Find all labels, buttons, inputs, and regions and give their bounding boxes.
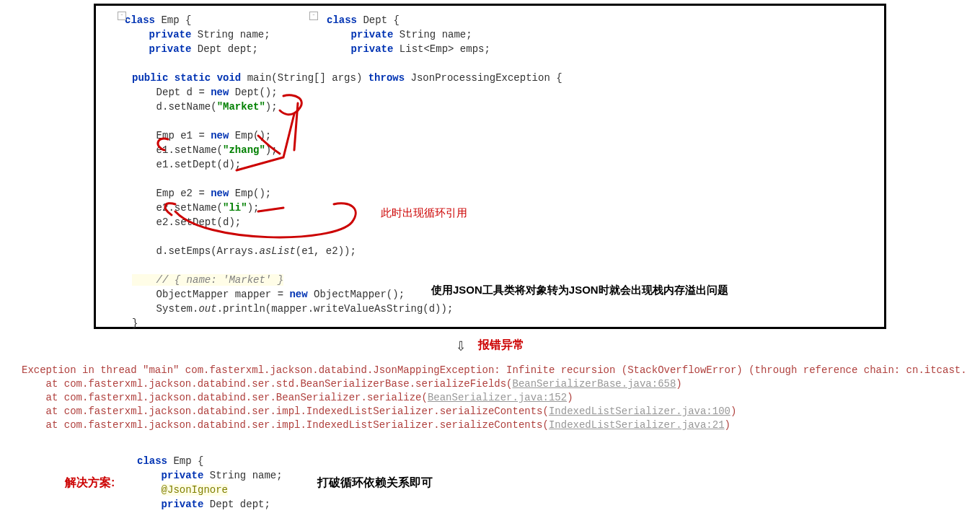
solution-code: class Emp { private String name; @JsonIg… — [137, 454, 283, 512]
solution-row: 解决方案: class Emp { private String name; @… — [65, 454, 980, 526]
error-label: 报错异常 — [478, 338, 524, 353]
stacktrace-block: Exception in thread "main" com.fasterxml… — [22, 364, 980, 432]
class-defs-row: class Emp { private String name; private… — [96, 6, 884, 56]
emp-class-code: class Emp { private String name; private… — [125, 13, 305, 56]
solution-note: 打破循环依赖关系即可 — [317, 475, 433, 491]
code-editor-box: - - class Emp { private String name; pri… — [94, 4, 886, 329]
annotation-cycle-ref: 此时出现循环引用 — [381, 206, 467, 220]
annotation-json-overflow: 使用JSON工具类将对象转为JSON时就会出现栈内存溢出问题 — [431, 284, 728, 297]
st-line-2: at com.fasterxml.jackson.databind.ser.st… — [22, 378, 682, 390]
fold-marker-1: - — [118, 12, 126, 20]
emp-class-col: class Emp { private String name; private… — [125, 13, 305, 56]
st-line-4: at com.fasterxml.jackson.databind.ser.im… — [22, 406, 736, 417]
st-line-1: Exception in thread "main" com.fasterxml… — [22, 364, 967, 376]
solution-label: 解决方案: — [65, 475, 115, 491]
dept-class-code: class Dept { private String name; privat… — [327, 13, 507, 56]
dept-class-col: class Dept { private String name; privat… — [327, 13, 507, 56]
arrow-row: ⇩ 报错异常 — [0, 335, 980, 356]
down-arrow-icon: ⇩ — [456, 335, 466, 356]
st-line-3: at com.fasterxml.jackson.databind.ser.Be… — [22, 392, 573, 403]
st-line-5: at com.fasterxml.jackson.databind.ser.im… — [22, 419, 730, 431]
fold-marker-2: - — [309, 12, 318, 20]
